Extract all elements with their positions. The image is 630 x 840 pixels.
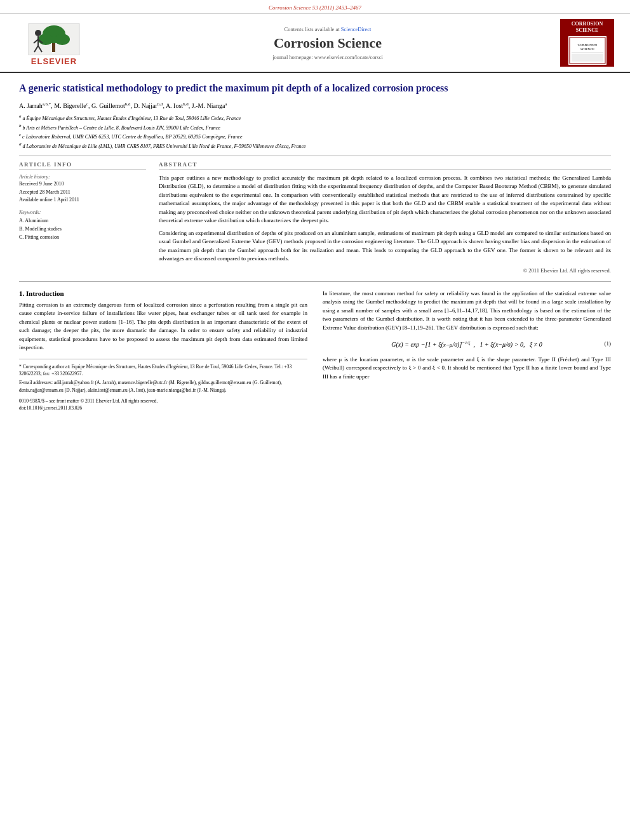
history-label: Article history: [19, 174, 146, 180]
introduction-text-right2: where μ is the location parameter, σ is … [323, 356, 611, 382]
svg-rect-1 [52, 43, 55, 52]
journal-name-area: Contents lists available at ScienceDirec… [102, 26, 554, 60]
svg-point-4 [55, 34, 70, 45]
svg-point-5 [35, 30, 41, 36]
corrosion-science-logo-box: CORROSIONSCIENCE CORROSION SCIENCE [560, 19, 614, 67]
journal-name-title: Corrosion Science [102, 35, 554, 51]
abstract-heading: ABSTRACT [159, 161, 611, 170]
svg-rect-16 [572, 54, 603, 62]
abstract-para1: This paper outlines a new methodology to… [159, 174, 611, 225]
article-info-col: ARTICLE INFO Article history: Received 9… [19, 161, 146, 274]
cs-logo-image-placeholder: CORROSION SCIENCE [568, 36, 607, 65]
svg-text:CORROSION: CORROSION [577, 43, 597, 46]
intro-para-right1: In literature, the most common method fo… [323, 290, 611, 333]
accepted-date: Accepted 28 March 2011 [19, 189, 146, 197]
body-section: 1. Introduction Pitting corrosion is an … [19, 290, 611, 412]
article-info-heading: ARTICLE INFO [19, 161, 146, 170]
keyword-pitting: C. Pitting corrosion [19, 234, 146, 242]
footnote2: E-mail addresses: adil.jarrah@yahoo.fr (… [19, 379, 307, 394]
formula-block: G(x) = exp −[1 + ξ(x−μ/σ)]−1/ξ , 1 + ξ(x… [323, 337, 611, 350]
author-guillemot: G. Guillemot [91, 102, 125, 109]
available-date: Available online 1 April 2011 [19, 196, 146, 204]
keywords-label: Keywords: [19, 210, 146, 215]
article-dates: Received 9 June 2010 Accepted 28 March 2… [19, 180, 146, 204]
abstract-col: ABSTRACT This paper outlines a new metho… [159, 161, 611, 274]
author-bigerelle: M. Bigerelle [54, 102, 86, 109]
author-iost: A. Iost [166, 102, 183, 109]
footnote1: * Corresponding author at: Equipe Mécani… [19, 363, 307, 378]
cs-logo-text: CORROSIONSCIENCE [572, 21, 603, 33]
received-date: Received 9 June 2010 [19, 180, 146, 189]
affiliation-c: c c Laboratoire Roberval, UMR CNRS 6253,… [19, 131, 611, 141]
abstract-text: This paper outlines a new methodology to… [159, 174, 611, 263]
keyword-aluminium: A. Aluminium [19, 217, 146, 225]
introduction-text-right: In literature, the most common method fo… [323, 290, 611, 333]
keyword-modelling: B. Modelling studies [19, 225, 146, 234]
sciencedirect-line: Contents lists available at ScienceDirec… [102, 26, 554, 32]
issn-line: 0010-938X/$ – see front matter © 2011 El… [19, 397, 307, 404]
authors-line: A. Jarraha,b,*, M. Bigerellec, G. Guille… [19, 102, 611, 109]
info-abstract-section: ARTICLE INFO Article history: Received 9… [19, 161, 611, 274]
journal-banner: ELSEVIER Contents lists available at Sci… [0, 14, 630, 73]
elsevier-logo-area: ELSEVIER [13, 20, 95, 66]
intro-para-right2: where μ is the location parameter, σ is … [323, 356, 611, 382]
formula-number: (1) [605, 340, 612, 347]
divider-1 [19, 156, 611, 156]
elsevier-brand-text: ELSEVIER [31, 57, 77, 66]
article-title: A generic statistical methodology to pre… [19, 82, 611, 95]
journal-reference: Corrosion Science 53 (2011) 2453–2467 [269, 4, 361, 11]
introduction-heading: 1. Introduction [19, 290, 307, 297]
author-najjar: D. Najjar [133, 102, 157, 109]
affiliation-d: d d Laboratoire de Mécanique de Lille (L… [19, 141, 611, 150]
journal-header: Corrosion Science 53 (2011) 2453–2467 [0, 0, 630, 14]
body-col-right: In literature, the most common method fo… [323, 290, 611, 412]
author-jarrah: A. Jarrah [19, 102, 43, 109]
affiliation-b: b b Arts et Métiers ParisTech – Centre d… [19, 123, 611, 132]
svg-point-3 [38, 34, 53, 45]
author-nianga: J.-M. Nianga [192, 102, 225, 109]
elsevier-tree-icon [25, 20, 83, 55]
corrosion-science-logo-area: CORROSIONSCIENCE CORROSION SCIENCE [560, 19, 617, 67]
abstract-para2: Considering an experimental distribution… [159, 229, 611, 263]
formula-text: G(x) = exp −[1 + ξ(x−μ/σ)]−1/ξ , 1 + ξ(x… [391, 341, 542, 348]
affiliations-block: a a Équipe Mécanique des Structures, Hau… [19, 113, 611, 150]
footnote-area: * Corresponding author at: Equipe Mécani… [19, 359, 307, 412]
doi-line: doi:10.1016/j.corsci.2011.03.026 [19, 404, 307, 411]
divider-2 [19, 281, 611, 282]
sciencedirect-link[interactable]: ScienceDirect [341, 26, 372, 32]
introduction-text-left: Pitting corrosion is an extremely danger… [19, 301, 307, 352]
journal-homepage: journal homepage: www.elsevier.com/locat… [102, 54, 554, 60]
affiliation-a: a a Équipe Mécanique des Structures, Hau… [19, 113, 611, 123]
svg-text:SCIENCE: SCIENCE [580, 48, 594, 51]
main-content: A generic statistical methodology to pre… [0, 73, 630, 418]
copyright-line: © 2011 Elsevier Ltd. All rights reserved… [159, 267, 611, 274]
keywords-section: Keywords: A. Aluminium B. Modelling stud… [19, 210, 146, 241]
intro-para1: Pitting corrosion is an extremely danger… [19, 301, 307, 352]
body-col-left: 1. Introduction Pitting corrosion is an … [19, 290, 307, 412]
